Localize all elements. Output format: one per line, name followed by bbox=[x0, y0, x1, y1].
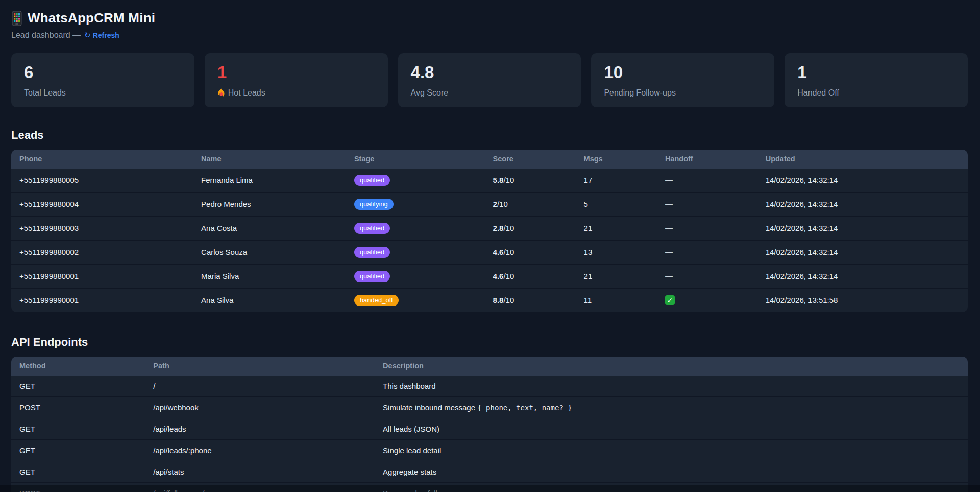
lead-stage-cell: qualified bbox=[346, 216, 485, 240]
leads-table: Phone Name Stage Score Msgs Handoff Upda… bbox=[11, 150, 968, 312]
api-method-cell: GET bbox=[11, 461, 145, 482]
stat-value: 1 bbox=[217, 64, 375, 82]
stat-value: 6 bbox=[24, 64, 182, 82]
lead-score-cell: 2.8/10 bbox=[485, 216, 576, 240]
stat-label: Handed Off bbox=[797, 88, 955, 98]
lead-phone-cell: +5511999880005 bbox=[11, 169, 193, 193]
lead-row: +5511999880005 Fernanda Lima qualified 5… bbox=[11, 169, 968, 193]
api-path-cell: /api/leads/:phone bbox=[145, 439, 375, 461]
col-header-phone: Phone bbox=[11, 150, 193, 169]
score-value: 8.8 bbox=[493, 296, 504, 304]
lead-updated-cell: 14/02/2026, 14:32:14 bbox=[757, 240, 968, 264]
stat-card: 6 Total Leads bbox=[11, 53, 194, 107]
score-value: 4.6 bbox=[493, 272, 504, 280]
page-subtitle: Lead dashboard — bbox=[11, 31, 81, 40]
stat-label: Total Leads bbox=[24, 88, 182, 98]
col-header-stage: Stage bbox=[346, 150, 485, 169]
handoff-mark: — bbox=[665, 224, 673, 232]
lead-score-cell: 4.6/10 bbox=[485, 264, 576, 288]
lead-score-cell: 5.8/10 bbox=[485, 169, 576, 193]
stat-card: 4.8 Avg Score bbox=[398, 53, 581, 107]
score-suffix: /10 bbox=[503, 176, 514, 184]
stat-card: 10 Pending Follow-ups bbox=[591, 53, 774, 107]
lead-updated-cell: 14/02/2026, 13:51:58 bbox=[757, 288, 968, 312]
score-suffix: /10 bbox=[497, 200, 508, 208]
lead-score-cell: 2/10 bbox=[485, 192, 576, 216]
handoff-mark: — bbox=[665, 272, 673, 280]
lead-score-cell: 4.6/10 bbox=[485, 240, 576, 264]
col-header-handoff: Handoff bbox=[657, 150, 757, 169]
handoff-mark: ✓ bbox=[665, 295, 675, 305]
lead-row: +5511999880001 Maria Silva qualified 4.6… bbox=[11, 264, 968, 288]
lead-row: +5511999880004 Pedro Mendes qualifying 2… bbox=[11, 192, 968, 216]
api-method-cell: GET bbox=[11, 439, 145, 461]
api-row: GET /api/leads/:phone Single lead detail bbox=[11, 439, 968, 461]
api-desc-cell: Simulate inbound message { phone, text, … bbox=[375, 396, 968, 418]
score-suffix: /10 bbox=[503, 296, 514, 304]
leads-header-row: Phone Name Stage Score Msgs Handoff Upda… bbox=[11, 150, 968, 169]
lead-updated-cell: 14/02/2026, 14:32:14 bbox=[757, 264, 968, 288]
lead-stage-cell: qualified bbox=[346, 240, 485, 264]
lead-msgs-cell: 17 bbox=[576, 169, 657, 193]
lead-handoff-cell: ✓ bbox=[657, 288, 757, 312]
api-section-title: API Endpoints bbox=[11, 336, 968, 349]
stage-badge: qualified bbox=[354, 271, 390, 282]
lead-name-cell: Maria Silva bbox=[193, 264, 346, 288]
lead-updated-cell: 14/02/2026, 14:32:14 bbox=[757, 216, 968, 240]
score-suffix: /10 bbox=[503, 224, 514, 232]
page-title: WhatsAppCRM Mini bbox=[28, 10, 155, 26]
lead-phone-cell: +5511999880002 bbox=[11, 240, 193, 264]
fire-icon bbox=[217, 88, 225, 98]
lead-stage-cell: handed_off bbox=[346, 288, 485, 312]
handoff-mark: — bbox=[665, 248, 673, 256]
stage-badge: qualified bbox=[354, 175, 390, 186]
score-value: 2.8 bbox=[493, 224, 504, 232]
api-row: GET /api/stats Aggregate stats bbox=[11, 461, 968, 482]
api-row: GET /api/leads All leads (JSON) bbox=[11, 418, 968, 439]
lead-name-cell: Ana Silva bbox=[193, 288, 346, 312]
lead-msgs-cell: 21 bbox=[576, 216, 657, 240]
lead-name-cell: Pedro Mendes bbox=[193, 192, 346, 216]
api-path-cell: /api/webhook bbox=[145, 396, 375, 418]
api-method-cell: POST bbox=[11, 396, 145, 418]
api-table: Method Path Description GET / This dashb… bbox=[11, 357, 968, 492]
lead-score-cell: 8.8/10 bbox=[485, 288, 576, 312]
api-path-cell: /api/stats bbox=[145, 461, 375, 482]
stat-value: 4.8 bbox=[411, 64, 569, 82]
lead-updated-cell: 14/02/2026, 14:32:14 bbox=[757, 192, 968, 216]
app-header: WhatsAppCRM Mini Lead dashboard — ↻ Refr… bbox=[11, 8, 968, 40]
dashboard-page: WhatsAppCRM Mini Lead dashboard — ↻ Refr… bbox=[0, 0, 980, 492]
stat-card: 1 Hot Leads bbox=[205, 53, 388, 107]
stat-value: 10 bbox=[604, 64, 762, 82]
lead-stage-cell: qualifying bbox=[346, 192, 485, 216]
refresh-label: Refresh bbox=[93, 31, 119, 39]
api-path-cell: /api/leads bbox=[145, 418, 375, 439]
lead-phone-cell: +5511999880004 bbox=[11, 192, 193, 216]
col-header-score: Score bbox=[485, 150, 576, 169]
leads-section-title: Leads bbox=[11, 129, 968, 142]
stat-label-text: Handed Off bbox=[797, 88, 839, 98]
stats-row: 6 Total Leads 1 Hot Leads 4.8 Avg Scor bbox=[11, 53, 968, 107]
score-suffix: /10 bbox=[503, 272, 514, 280]
lead-name-cell: Ana Costa bbox=[193, 216, 346, 240]
score-suffix: /10 bbox=[503, 248, 514, 256]
lead-msgs-cell: 21 bbox=[576, 264, 657, 288]
api-desc-cell: Single lead detail bbox=[375, 439, 968, 461]
lead-name-cell: Carlos Souza bbox=[193, 240, 346, 264]
col-header-name: Name bbox=[193, 150, 346, 169]
lead-stage-cell: qualified bbox=[346, 169, 485, 193]
mobile-phone-icon bbox=[11, 11, 22, 26]
lead-updated-cell: 14/02/2026, 14:32:14 bbox=[757, 169, 968, 193]
stage-badge: handed_off bbox=[354, 295, 399, 306]
api-method-cell: GET bbox=[11, 418, 145, 439]
stat-label: Pending Follow-ups bbox=[604, 88, 762, 98]
stat-value: 1 bbox=[797, 64, 955, 82]
stage-badge: qualified bbox=[354, 223, 390, 234]
lead-msgs-cell: 11 bbox=[576, 288, 657, 312]
lead-handoff-cell: — bbox=[657, 264, 757, 288]
lead-handoff-cell: — bbox=[657, 240, 757, 264]
refresh-link[interactable]: ↻ Refresh bbox=[84, 31, 119, 40]
col-header-desc: Description bbox=[375, 357, 968, 376]
stat-label-text: Hot Leads bbox=[228, 88, 265, 98]
score-value: 2 bbox=[493, 200, 497, 208]
